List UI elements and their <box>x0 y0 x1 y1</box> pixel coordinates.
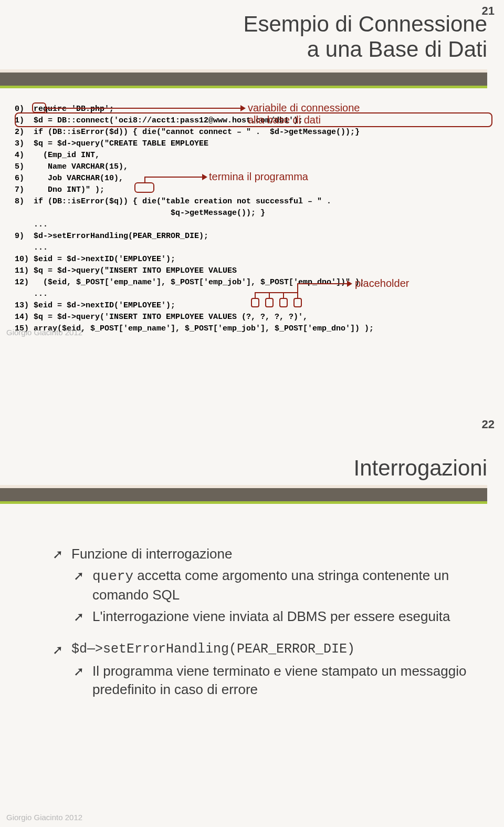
title-bar-green <box>0 86 487 88</box>
bullet-list: ➚ Funzione di interrogazione ➚ query acc… <box>52 545 472 702</box>
annotation-tick-3 <box>283 293 284 298</box>
code-line-2: 2) if (DB::isError($d)) { die("cannot co… <box>15 128 360 137</box>
bullet-2-1: ➚ Il programma viene terminato e viene s… <box>74 662 472 699</box>
annotation-connector-ph-v <box>297 284 298 293</box>
bullet-1-1-code: query <box>92 568 133 584</box>
bullet-1-1-rest: accetta come argomento una stringa conte… <box>92 567 449 603</box>
annotation-box-var <box>32 102 46 113</box>
code-line-8: 8) if (DB::isError($q)) { die("table cre… <box>15 197 331 206</box>
arrow-right-icon <box>347 281 352 287</box>
slide-title: Esempio di Connessione a una Base di Dat… <box>243 12 487 63</box>
annotation-box-q2 <box>265 298 274 307</box>
annotation-label-placeholder: placeholder <box>355 277 409 290</box>
bullet-1-text: Funzione di interrogazione <box>71 545 472 563</box>
bullet-1-1: ➚ query accetta come argomento una strin… <box>74 566 472 604</box>
code-line-6: 6) Job VARCHAR(10), <box>15 174 123 183</box>
code-line-8b: $q->getMessage()); } <box>15 209 265 218</box>
arrow-up-right-icon: ➚ <box>52 640 63 658</box>
arrow-up-right-icon: ➚ <box>74 662 84 699</box>
slide-1: 21 Esempio di Connessione a una Base di … <box>0 0 504 414</box>
annotation-label-var: variabile di connessione alla base di da… <box>248 102 360 126</box>
annotation-box-q1 <box>251 298 259 307</box>
code-line-12: 12) ($eid, $_POST['emp_name'], $_POST['e… <box>15 278 364 287</box>
bullet-1-2-text: L'interrogazione viene inviata al DBMS p… <box>92 607 472 626</box>
title-line-1: Esempio di Connessione <box>243 12 487 37</box>
slide-footer: Giorgio Giacinto 2012 <box>6 813 82 822</box>
slide-footer: Giorgio Giacinto 2012 <box>6 328 82 337</box>
code-line-5: 5) Name VARCHAR(15), <box>15 162 128 171</box>
annotation-connector-var-h <box>46 108 240 109</box>
code-line-9: 9) $d->setErrorHandling(PEAR_ERROR_DIE); <box>15 232 208 241</box>
bullet-1: ➚ Funzione di interrogazione <box>52 545 472 563</box>
annotation-connector-die-v <box>144 178 145 182</box>
slide-title: Interrogazioni <box>354 456 487 481</box>
arrow-up-right-icon: ➚ <box>52 545 63 563</box>
page-number: 22 <box>482 418 495 431</box>
code-line-9d: ... <box>15 220 48 229</box>
code-line-13: 13) $eid = $d->nextID('EMPLOYEE'); <box>15 301 175 310</box>
bullet-1-2: ➚ L'interrogazione viene inviata al DBMS… <box>74 607 472 626</box>
annotation-tick-1 <box>255 293 256 298</box>
annotation-tick-2 <box>269 293 270 298</box>
title-bar-dark <box>0 73 487 86</box>
code-line-13d: ... <box>15 290 48 298</box>
annotation-box-q4 <box>293 298 302 307</box>
bullet-2-1-text: Il programma viene terminato e viene sta… <box>92 662 472 699</box>
title-line-1: Interrogazioni <box>354 456 487 481</box>
annotation-box-q3 <box>279 298 288 307</box>
title-line-2: a una Base di Dati <box>243 37 487 62</box>
annotation-tick-4 <box>297 293 298 298</box>
code-line-4: 4) (Emp_id INT, <box>15 151 100 160</box>
annotation-label-die: termina il programma <box>209 171 308 183</box>
code-block: 0) require 'DB.php'; 1) $d = DB::connect… <box>15 92 494 346</box>
code-line-7: 7) Dno INT)" ); <box>15 185 104 194</box>
code-line-10: 10) $eid = $d->nextID('EMPLOYEE'); <box>15 255 175 264</box>
bullet-2: ➚ $d—>setErrorHandling(PEAR_ERROR_DIE) <box>52 640 472 658</box>
annotation-box-die <box>134 182 154 193</box>
code-line-3: 3) $q = $d->query("CREATE TABLE EMPLOYEE <box>15 139 208 148</box>
spacer <box>52 629 472 640</box>
arrow-right-icon <box>240 105 246 111</box>
code-line-14: 14) $q = $d->query('INSERT INTO EMPLOYEE… <box>15 313 308 322</box>
code-line-11: 11) $q = $d->query("INSERT INTO EMPLOYEE… <box>15 266 237 275</box>
annotation-connector-ph-bar <box>255 292 298 293</box>
arrow-up-right-icon: ➚ <box>74 607 84 626</box>
title-bar-green <box>0 501 487 504</box>
title-bar-dark <box>0 488 487 501</box>
bullet-1-1-text: query accetta come argomento una stringa… <box>92 566 472 604</box>
annotation-connector-die-h <box>144 177 202 178</box>
slide-2: 22 Interrogazioni ➚ Funzione di interrog… <box>0 414 504 827</box>
code-line-10d: ... <box>15 243 48 252</box>
annotation-connector-ph-h <box>297 283 347 284</box>
arrow-up-right-icon: ➚ <box>74 566 84 604</box>
bullet-2-code: $d—>setErrorHandling(PEAR_ERROR_DIE) <box>71 640 472 658</box>
arrow-right-icon <box>202 174 207 180</box>
